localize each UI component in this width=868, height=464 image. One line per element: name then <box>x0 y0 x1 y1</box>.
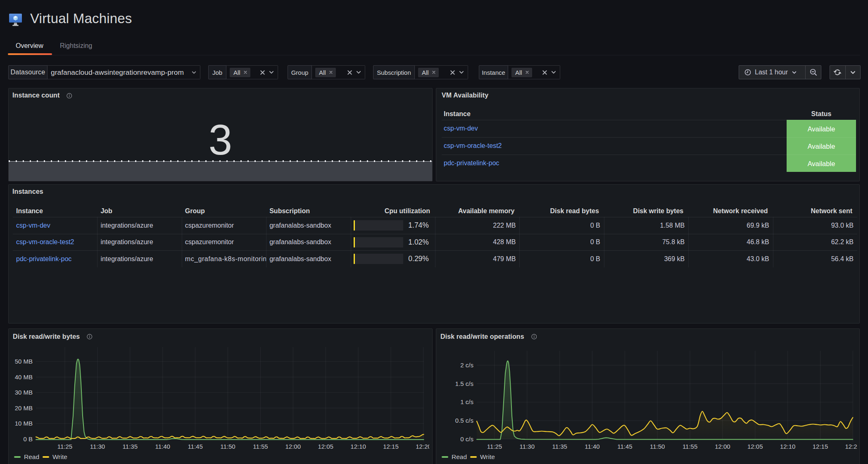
svg-text:12:20: 12:20 <box>416 443 429 450</box>
svg-text:12:05: 12:05 <box>318 443 333 450</box>
svg-text:2 c/s: 2 c/s <box>460 362 473 369</box>
svg-text:40 MB: 40 MB <box>15 373 33 380</box>
svg-text:11:45: 11:45 <box>188 443 202 450</box>
svg-text:10 MB: 10 MB <box>15 420 33 427</box>
svg-text:11:25: 11:25 <box>57 443 72 450</box>
svg-text:1 c/s: 1 c/s <box>460 398 473 405</box>
svg-text:11:40: 11:40 <box>155 443 170 450</box>
svg-text:12:05: 12:05 <box>747 443 763 450</box>
svg-text:11:55: 11:55 <box>253 443 268 450</box>
svg-text:12:00: 12:00 <box>285 443 301 450</box>
svg-text:0.5 c/s: 0.5 c/s <box>455 416 473 424</box>
svg-text:11:50: 11:50 <box>650 443 665 450</box>
svg-text:11:25: 11:25 <box>487 443 502 450</box>
svg-text:11:40: 11:40 <box>585 443 599 450</box>
svg-text:11:30: 11:30 <box>520 443 535 450</box>
svg-text:11:50: 11:50 <box>220 443 235 450</box>
svg-text:12:10: 12:10 <box>780 443 796 450</box>
svg-text:12:00: 12:00 <box>715 443 730 450</box>
svg-text:11:35: 11:35 <box>123 443 138 450</box>
svg-text:11:45: 11:45 <box>617 443 632 450</box>
svg-text:20 MB: 20 MB <box>15 404 33 411</box>
svg-text:11:30: 11:30 <box>90 443 105 450</box>
svg-text:50 MB: 50 MB <box>15 358 33 365</box>
svg-text:12:10: 12:10 <box>350 443 366 450</box>
svg-text:30 MB: 30 MB <box>15 389 33 396</box>
svg-text:12:15: 12:15 <box>383 443 399 450</box>
svg-text:1.5 c/s: 1.5 c/s <box>455 380 473 387</box>
svg-text:11:35: 11:35 <box>552 443 567 450</box>
svg-text:12:15: 12:15 <box>813 443 828 450</box>
svg-text:11:55: 11:55 <box>683 443 697 450</box>
svg-text:0 B: 0 B <box>23 435 33 442</box>
svg-text:0 c/s: 0 c/s <box>460 435 473 442</box>
svg-text:12:20: 12:20 <box>845 443 857 450</box>
